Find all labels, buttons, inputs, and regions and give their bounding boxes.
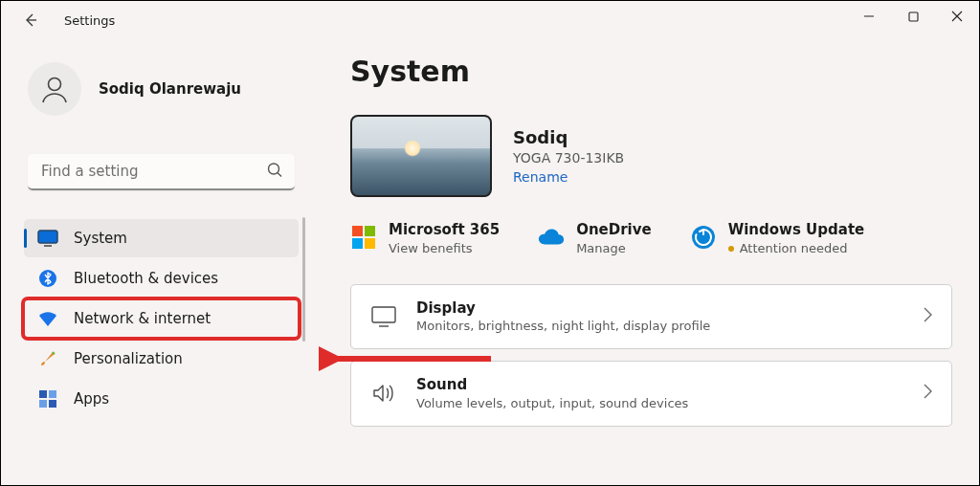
service-m365[interactable]: Microsoft 365 View benefits — [350, 222, 500, 255]
sidebar: Sodiq Olanrewaju System — [1, 39, 312, 485]
search — [28, 154, 295, 190]
nav-item-system[interactable]: System — [24, 219, 299, 257]
main: System Sodiq YOGA 730-13IKB Rename Micro… — [312, 39, 979, 485]
maximize-button[interactable] — [891, 1, 935, 32]
svg-point-2 — [269, 164, 279, 174]
service-onedrive[interactable]: OneDrive Manage — [538, 222, 652, 255]
system-icon — [37, 228, 58, 249]
search-input[interactable] — [28, 154, 295, 190]
nav: System Bluetooth & devices Network & int… — [20, 217, 302, 420]
nav-label: Bluetooth & devices — [74, 270, 218, 287]
titlebar: Settings — [1, 1, 979, 39]
update-icon — [690, 224, 717, 251]
chevron-right-icon — [923, 384, 932, 403]
nav-label: Network & internet — [74, 310, 211, 327]
nav-label: System — [74, 230, 127, 247]
device-name: Sodiq — [513, 127, 624, 148]
service-sub: Manage — [576, 241, 652, 255]
search-icon — [267, 163, 283, 183]
profile[interactable]: Sodiq Olanrewaju — [28, 62, 302, 116]
chevron-right-icon — [923, 307, 932, 326]
device-model: YOGA 730-13IKB — [513, 150, 624, 166]
svg-rect-3 — [38, 231, 57, 243]
app-title: Settings — [64, 13, 115, 28]
card-sub: Volume levels, output, input, sound devi… — [416, 396, 688, 410]
svg-rect-15 — [372, 307, 395, 322]
device-info: Sodiq YOGA 730-13IKB Rename — [513, 127, 624, 185]
brush-icon — [37, 348, 58, 369]
page-title: System — [350, 55, 952, 88]
svg-rect-13 — [365, 238, 375, 249]
rename-link[interactable]: Rename — [513, 169, 624, 185]
nav-item-bluetooth[interactable]: Bluetooth & devices — [24, 259, 299, 298]
settings-window: Settings Sodiq Olanrewaju — [0, 0, 980, 486]
apps-icon — [37, 388, 58, 409]
back-button[interactable] — [16, 6, 45, 34]
onedrive-icon — [538, 224, 565, 251]
svg-rect-9 — [49, 400, 56, 408]
service-sub: Attention needed — [728, 241, 865, 255]
nav-scrollbar[interactable] — [302, 217, 305, 342]
svg-rect-8 — [39, 400, 47, 408]
m365-icon — [350, 224, 377, 251]
avatar — [28, 62, 81, 116]
nav-label: Personalization — [74, 350, 183, 367]
service-title: Microsoft 365 — [389, 222, 500, 238]
device-row: Sodiq YOGA 730-13IKB Rename — [350, 115, 952, 197]
window-controls — [847, 1, 979, 32]
svg-rect-10 — [352, 226, 363, 236]
card-sub: Monitors, brightness, night light, displ… — [416, 319, 710, 333]
display-icon — [370, 303, 397, 330]
svg-rect-0 — [909, 12, 918, 21]
bluetooth-icon — [37, 268, 58, 289]
svg-point-1 — [49, 78, 61, 91]
nav-label: Apps — [74, 390, 109, 408]
card-sound[interactable]: Sound Volume levels, output, input, soun… — [350, 361, 952, 427]
service-title: Windows Update — [728, 222, 865, 238]
svg-rect-12 — [352, 238, 363, 249]
services: Microsoft 365 View benefits OneDrive Man… — [350, 222, 952, 255]
card-display[interactable]: Display Monitors, brightness, night ligh… — [350, 284, 952, 350]
card-title: Display — [416, 300, 710, 317]
service-title: OneDrive — [576, 222, 652, 238]
device-thumbnail[interactable] — [350, 115, 492, 197]
svg-rect-7 — [49, 390, 56, 398]
nav-item-network[interactable]: Network & internet — [24, 299, 299, 338]
card-title: Sound — [416, 377, 688, 393]
profile-name: Sodiq Olanrewaju — [99, 80, 241, 98]
sound-icon — [370, 380, 397, 407]
wifi-icon — [37, 308, 58, 329]
minimize-button[interactable] — [847, 1, 891, 32]
nav-item-personalization[interactable]: Personalization — [24, 340, 299, 378]
svg-rect-6 — [39, 390, 47, 398]
nav-item-apps[interactable]: Apps — [24, 380, 299, 418]
svg-rect-11 — [365, 226, 375, 236]
service-windows-update[interactable]: Windows Update Attention needed — [690, 222, 865, 255]
close-button[interactable] — [935, 1, 979, 32]
service-sub: View benefits — [389, 241, 500, 255]
